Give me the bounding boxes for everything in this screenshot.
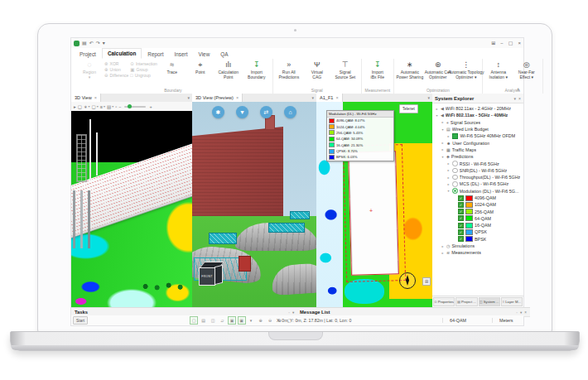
expander-icon[interactable]: ▸ — [441, 244, 445, 248]
redo-icon[interactable]: ↷ — [96, 41, 100, 46]
tab-3d-view[interactable]: 3D View × — [71, 94, 101, 102]
close-icon[interactable]: × — [518, 41, 521, 46]
options-icon[interactable]: ◦ — [516, 310, 518, 315]
expander-icon[interactable]: ▾ — [435, 113, 439, 118]
intersection-button[interactable]: ⊙Intersection — [130, 61, 157, 66]
expander-icon[interactable]: ▸ — [441, 251, 445, 255]
menu-icon[interactable]: ⊞ — [491, 41, 495, 46]
tree-item-signal-sources[interactable]: ▸⌖Signal Sources — [433, 119, 523, 126]
tree-item-modulation-dl-wi-fi6-5g[interactable]: ▾Modulation (DL) - Wi-Fi6 5G... — [433, 188, 523, 195]
expander-icon[interactable]: ▸ — [446, 161, 451, 166]
group-button[interactable]: ▣Group — [130, 67, 157, 72]
prediction-radio-off[interactable] — [452, 175, 458, 180]
prediction-radio-off[interactable] — [452, 168, 458, 174]
explorer-tab-properties[interactable]: ⊙Properties — [433, 297, 455, 306]
viewport-3d-preview[interactable]: ✱▼⇄⌂ FRONT — [192, 102, 316, 307]
near-far-effect-button[interactable]: ◎Near-FarEffect ▾ — [513, 60, 540, 79]
status-tool-icon-0[interactable]: ▢ — [190, 316, 198, 325]
status-tool-icon-1[interactable]: ▤ — [200, 316, 208, 325]
quick-access-more-icon[interactable]: ▾ — [103, 41, 105, 46]
status-tool-icon-3[interactable]: ▱ — [219, 316, 227, 325]
tree-item-1024-qam[interactable]: ✓1024-QAM — [433, 201, 523, 208]
pin-icon[interactable]: ▾ — [520, 310, 522, 315]
options-icon[interactable]: ◦ — [288, 310, 290, 315]
view1-tool-icon-7[interactable]: − — [118, 104, 121, 109]
expander-icon[interactable]: ▸ — [441, 120, 445, 124]
tree-item-snr-dl-wi-fi6-5ghz[interactable]: ▸SNR(DL) - Wi-Fi6 5GHz — [433, 167, 523, 174]
tree-item-64-qam[interactable]: ✓64-QAM — [433, 215, 523, 222]
view1-tool-icon-3[interactable]: ▢ — [92, 104, 96, 109]
checkbox-checked[interactable]: ✓ — [458, 236, 464, 242]
ribbon-tab-insert[interactable]: Insert — [170, 50, 193, 59]
automatic-cell-optimizer-button[interactable]: ⊛Automatic CellOptimizer — [425, 60, 451, 79]
viewport-3d-stadium[interactable] — [71, 111, 192, 307]
tree-item-16-qam[interactable]: ✓16-QAM — [433, 222, 523, 228]
tree-item-measurements[interactable]: ▸≋Measurements — [433, 249, 523, 256]
status-tool-icon-2[interactable]: ◫ — [209, 316, 217, 325]
viewport-floor-plan[interactable]: + Modulation (DL) - Wi-Fi6 5GHz 4096-QAM… — [316, 102, 432, 307]
close-icon[interactable]: × — [524, 310, 527, 315]
tree-item-simulations[interactable]: ▸◷Simulations — [433, 243, 523, 249]
checkbox-checked[interactable]: ✓ — [458, 229, 464, 235]
expander-icon[interactable]: ▸ — [441, 147, 445, 152]
explorer-tab-system[interactable]: ◫System ... — [479, 297, 500, 306]
checkbox-checked[interactable]: ✓ — [458, 223, 464, 228]
view-cube[interactable]: FRONT — [199, 266, 220, 287]
restore-icon[interactable]: ▢ — [508, 41, 513, 46]
calculation-point-button[interactable]: ılıCalculationPoint — [215, 60, 242, 79]
tree-item-user-configuration[interactable]: ▸☻User Configuration — [433, 139, 523, 146]
prediction-radio-off[interactable] — [452, 181, 458, 187]
status-tool-icon-7[interactable]: ⊕ — [257, 316, 265, 325]
expander-icon[interactable]: ▸ — [446, 176, 451, 180]
virtual-cag-button[interactable]: ΨVirtualCAG — [304, 60, 330, 79]
automatic-topology-optimizer-button[interactable]: ⋮Automatic TopologyOptimizer ▾ — [453, 60, 480, 79]
import-ibx-file-button[interactable]: ↧ImportiBx File — [364, 60, 391, 79]
tree-item-4096-qam[interactable]: ✓4096-QAM — [433, 195, 523, 201]
expander-icon[interactable]: ▸ — [441, 141, 445, 145]
tree-item-bpsk[interactable]: ✓BPSK — [433, 236, 523, 243]
ribbon-tab-project[interactable]: Project — [75, 50, 101, 59]
tree-item-wifi-802-11ax-2-4ghz-20mhz[interactable]: ▸◀WiFi 802.11ax - 2.4GHz - 20MHz — [433, 105, 523, 112]
swap-button[interactable]: ⇄ — [260, 106, 272, 118]
tab-3d-view-preview[interactable]: 3D View (Preview) × — [192, 94, 243, 102]
trace-button[interactable]: ≈Trace — [159, 60, 186, 75]
close-icon[interactable]: × — [335, 95, 338, 100]
status-tool-icon-5[interactable]: ▣ — [238, 316, 246, 325]
checkbox-checked[interactable]: ✓ — [458, 209, 464, 214]
point-button[interactable]: ⌖Point — [187, 60, 214, 75]
funnel-button[interactable]: ▼ — [236, 106, 248, 118]
tab-a1-f1[interactable]: A1_F1 × — [316, 94, 343, 102]
view1-tool-icon-0[interactable]: ▸ — [74, 104, 76, 109]
antenna-isolation-button[interactable]: ↕AntennaIsolation ▾ — [485, 60, 512, 79]
ribbon-tab-report[interactable]: Report — [142, 50, 168, 59]
ribbon-tab-calculation[interactable]: Calculation — [102, 48, 142, 59]
undo-icon[interactable]: ↶ — [89, 41, 94, 46]
prediction-radio-on[interactable] — [452, 188, 458, 194]
checkbox-checked[interactable]: ✓ — [458, 195, 464, 201]
ribbon-tab-qa[interactable]: QA — [215, 50, 233, 59]
status-tool-icon-4[interactable]: ▣ — [228, 316, 236, 325]
tree-item-traffic-maps[interactable]: ▸▦Traffic Maps — [433, 147, 523, 153]
explorer-tab-project[interactable]: ▤Project ... — [455, 297, 477, 306]
prediction-radio-off[interactable] — [452, 161, 458, 166]
save-icon[interactable]: ▤ — [82, 41, 87, 46]
gear-button[interactable]: ✱ — [212, 106, 224, 118]
ribbon-collapse-icon[interactable]: ∧ — [517, 86, 520, 92]
home-button[interactable]: ⌂ — [284, 106, 296, 118]
view1-tool-icon-6[interactable]: ▫ — [115, 104, 117, 109]
expander-icon[interactable]: ▾ — [441, 127, 445, 132]
tree-item-256-qam[interactable]: ✓256-QAM — [433, 208, 523, 214]
xor-button[interactable]: ⊗XOR — [104, 61, 128, 66]
explorer-tab-layer-m[interactable]: ≡Layer M... — [501, 297, 523, 306]
view1-tool-icon-1[interactable]: ▢ — [78, 104, 82, 109]
status-tool-icon-6[interactable]: ▾ — [247, 316, 255, 325]
expander-icon[interactable]: ▾ — [446, 189, 451, 193]
checkbox-checked[interactable]: ✓ — [458, 215, 464, 221]
tree-item-predictions[interactable]: ▾◈Predictions — [433, 153, 523, 160]
minimize-icon[interactable]: − — [500, 41, 504, 46]
import-boundary-button[interactable]: ↧ImportBoundary — [243, 60, 270, 79]
map-tool-icon[interactable]: ⊞ — [422, 277, 431, 286]
expander-icon[interactable]: ▸ — [435, 107, 439, 111]
ungroup-button[interactable]: □Ungroup — [130, 73, 157, 78]
pin-icon[interactable]: ▾ — [292, 310, 294, 315]
